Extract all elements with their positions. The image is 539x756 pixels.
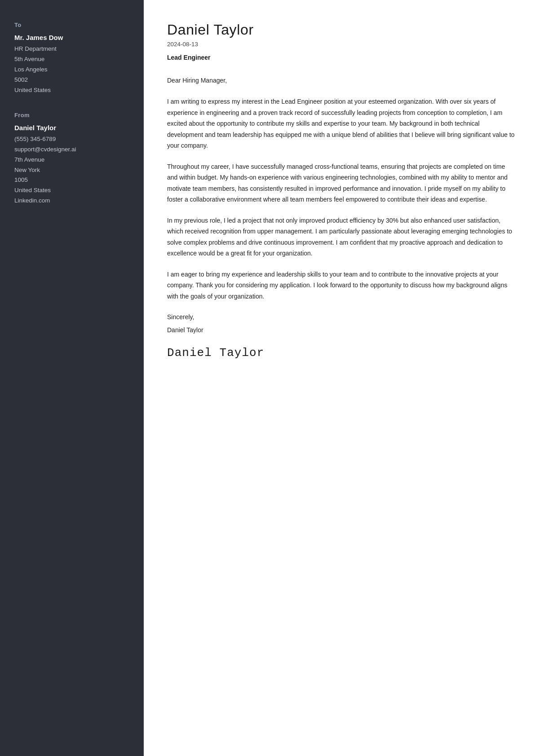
to-zip: 5002 bbox=[14, 75, 129, 85]
to-name: Mr. James Dow bbox=[14, 34, 129, 41]
signature: Daniel Taylor bbox=[167, 346, 516, 360]
applicant-name: Daniel Taylor bbox=[167, 22, 516, 38]
closing-block: Sincerely, Daniel Taylor bbox=[167, 312, 516, 335]
paragraph-1: I am writing to express my interest in t… bbox=[167, 96, 516, 151]
from-zip: 1005 bbox=[14, 175, 129, 185]
from-street: 7th Avenue bbox=[14, 155, 129, 165]
to-department: HR Department bbox=[14, 44, 129, 54]
from-phone: (555) 345-6789 bbox=[14, 134, 129, 145]
from-name: Daniel Taylor bbox=[14, 124, 129, 132]
main-content: Daniel Taylor 2024-08-13 Lead Engineer D… bbox=[144, 0, 539, 756]
to-country: United States bbox=[14, 85, 129, 96]
from-section: From Daniel Taylor (555) 345-6789 suppor… bbox=[14, 112, 129, 207]
to-section: To Mr. James Dow HR Department 5th Avenu… bbox=[14, 22, 129, 96]
paragraph-2: Throughout my career, I have successfull… bbox=[167, 161, 516, 205]
to-street: 5th Avenue bbox=[14, 54, 129, 65]
from-country: United States bbox=[14, 185, 129, 196]
closing-sincerely: Sincerely, bbox=[167, 312, 516, 323]
job-title: Lead Engineer bbox=[167, 54, 516, 61]
paragraph-3: In my previous role, I led a project tha… bbox=[167, 215, 516, 259]
closing-name: Daniel Taylor bbox=[167, 325, 516, 336]
to-label: To bbox=[14, 22, 129, 28]
letter-date: 2024-08-13 bbox=[167, 41, 516, 48]
paragraph-4: I am eager to bring my experience and le… bbox=[167, 269, 516, 302]
from-label: From bbox=[14, 112, 129, 119]
from-linkedin: Linkedin.com bbox=[14, 196, 129, 206]
from-city: New York bbox=[14, 165, 129, 176]
greeting: Dear Hiring Manager, bbox=[167, 75, 516, 85]
from-email: support@cvdesigner.ai bbox=[14, 145, 129, 155]
to-city: Los Angeles bbox=[14, 65, 129, 75]
sidebar: To Mr. James Dow HR Department 5th Avenu… bbox=[0, 0, 144, 756]
